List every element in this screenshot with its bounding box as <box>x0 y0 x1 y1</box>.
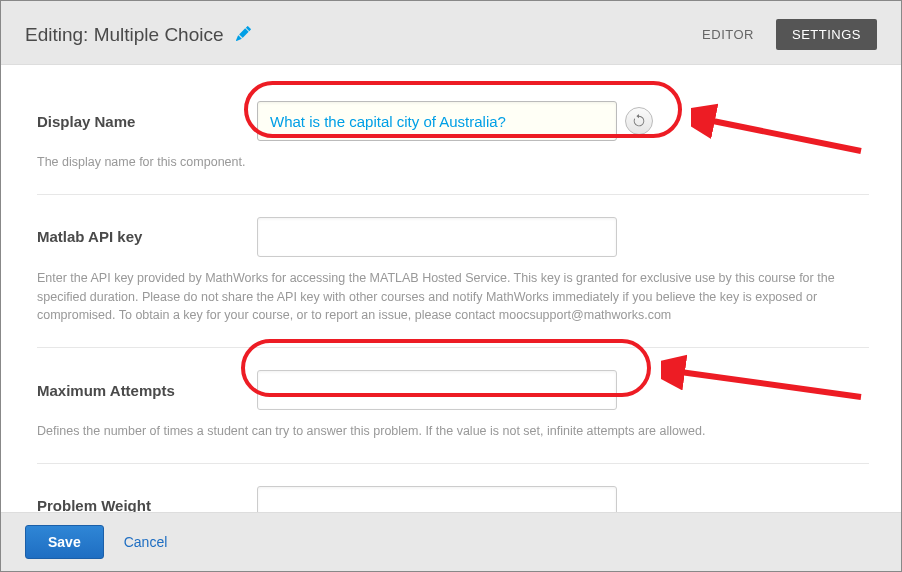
display-name-input[interactable] <box>257 101 617 141</box>
tab-settings[interactable]: SETTINGS <box>776 19 877 50</box>
tab-editor[interactable]: EDITOR <box>686 19 770 50</box>
matlab-key-label: Matlab API key <box>37 228 237 245</box>
field-display-name: Display Name The display name for this c… <box>37 79 869 195</box>
field-max-attempts: Maximum Attempts Defines the number of t… <box>37 348 869 464</box>
matlab-key-input[interactable] <box>257 217 617 257</box>
page-title: Editing: Multiple Choice <box>25 24 224 46</box>
display-name-help: The display name for this component. <box>37 153 869 172</box>
cancel-button[interactable]: Cancel <box>124 534 168 550</box>
max-attempts-help: Defines the number of times a student ca… <box>37 422 869 441</box>
display-name-label: Display Name <box>37 113 237 130</box>
tab-bar: EDITOR SETTINGS <box>686 19 877 50</box>
undo-icon[interactable] <box>625 107 653 135</box>
matlab-key-help: Enter the API key provided by MathWorks … <box>37 269 869 325</box>
save-button[interactable]: Save <box>25 525 104 559</box>
settings-panel[interactable]: Display Name The display name for this c… <box>9 59 897 513</box>
footer-bar: Save Cancel <box>1 512 901 571</box>
field-matlab-key: Matlab API key Enter the API key provide… <box>37 195 869 348</box>
pencil-icon[interactable] <box>236 26 251 44</box>
max-attempts-label: Maximum Attempts <box>37 382 237 399</box>
max-attempts-input[interactable] <box>257 370 617 410</box>
header-bar: Editing: Multiple Choice EDITOR SETTINGS <box>1 1 901 65</box>
field-problem-weight: Problem Weight <box>37 464 869 513</box>
problem-weight-input[interactable] <box>257 486 617 513</box>
problem-weight-label: Problem Weight <box>37 497 237 513</box>
